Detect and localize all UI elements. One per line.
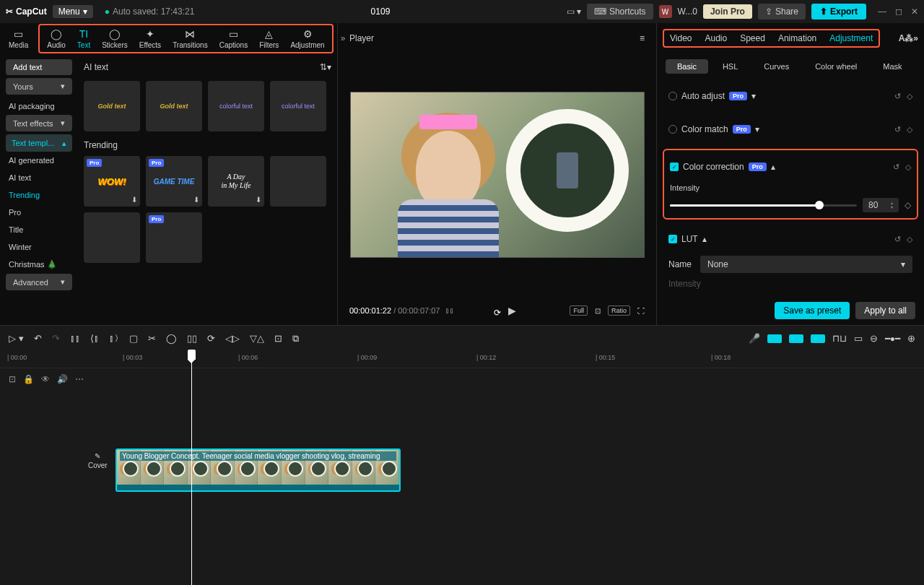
subtab-color-wheel[interactable]: Color wheel <box>803 59 868 74</box>
asset-item[interactable] <box>84 212 140 263</box>
text-effects-dropdown[interactable]: Text effects▾ <box>6 115 72 131</box>
sidebar-christmas[interactable]: Christmas 🎄 <box>6 256 72 274</box>
keyframe-icon[interactable]: ◇ <box>907 235 912 244</box>
sidebar-trending[interactable]: Trending <box>6 186 72 204</box>
video-track-clip[interactable]: Young Blogger Concept. Teenager social m… <box>116 448 401 492</box>
color-correction-toggle[interactable]: ✓ <box>670 162 679 171</box>
sidebar-ai-text[interactable]: AI text <box>6 169 72 186</box>
rtab-animation[interactable]: Animation <box>778 33 816 43</box>
snap-toggle[interactable] <box>767 334 782 343</box>
reset-icon[interactable]: ↺ <box>893 162 899 172</box>
keyframe-icon[interactable]: ◇ <box>905 162 911 172</box>
tl-settings-icon[interactable]: ⊡ <box>9 374 16 384</box>
playhead[interactable] <box>191 351 192 585</box>
close-icon[interactable]: ✕ <box>911 6 918 17</box>
play-button[interactable]: ▶ <box>508 305 516 316</box>
subtab-basic[interactable]: Basic <box>666 59 708 74</box>
asset-a-day[interactable]: A Day in My Life ⬇ <box>208 156 264 207</box>
cover-button[interactable]: ✎ Cover <box>88 452 108 469</box>
rtab-audio[interactable]: Audio <box>705 33 727 43</box>
player-viewport[interactable]: ⟳ <box>338 53 656 296</box>
share-button[interactable]: ⇪ Share <box>758 4 806 20</box>
rotate-icon[interactable]: ⟳ <box>207 333 215 344</box>
rtab-video[interactable]: Video <box>670 33 692 43</box>
layout-icon[interactable]: ▭ ▾ <box>567 6 581 17</box>
download-icon[interactable]: ⬇ <box>256 196 261 204</box>
export-button[interactable]: ⬆ Export <box>811 4 866 20</box>
full-button[interactable]: Full <box>570 306 588 316</box>
keyframe-icon[interactable]: ◇ <box>905 200 911 210</box>
intensity-slider[interactable] <box>670 204 857 207</box>
lut-select[interactable]: None▾ <box>700 256 912 273</box>
fullscreen-icon[interactable]: ⛶ <box>637 307 645 315</box>
join-pro-button[interactable]: Join Pro <box>703 4 752 19</box>
chevron-down-icon[interactable]: ▾ <box>755 124 759 134</box>
stepper-icon[interactable]: ▴▾ <box>891 201 893 209</box>
rtab-speed[interactable]: Speed <box>740 33 765 43</box>
menu-button[interactable]: Menu ▾ <box>53 5 93 18</box>
filter-icon[interactable]: ⇅▾ <box>320 62 331 72</box>
preview-toggle[interactable] <box>811 334 825 343</box>
slider-thumb[interactable] <box>815 201 824 209</box>
tl-mute-icon[interactable]: 🔊 <box>57 374 68 384</box>
reset-icon[interactable]: ↺ <box>894 235 901 244</box>
download-icon[interactable]: ⬇ <box>131 196 137 204</box>
stabilize-icon[interactable]: ⟳ <box>494 308 501 318</box>
tab-stickers[interactable]: ◯Stickers <box>96 27 134 51</box>
zoom-out-icon[interactable]: ⊖ <box>870 333 878 344</box>
color-match-toggle[interactable] <box>668 125 677 134</box>
minimize-icon[interactable]: — <box>878 6 886 17</box>
trim-left-icon[interactable]: ⟨⫿ <box>90 333 99 344</box>
tab-text[interactable]: TIText <box>71 27 96 51</box>
player-menu-icon[interactable]: ≡ <box>640 33 645 43</box>
crop-icon[interactable]: ✂ <box>148 333 156 344</box>
save-preset-button[interactable]: Save as preset <box>775 302 850 319</box>
timeline[interactable]: | 00:00 | 00:03 | 00:06 | 00:09 | 00:12 … <box>0 351 924 585</box>
zoom-slider[interactable]: ━●━ <box>885 334 900 344</box>
sidebar-pro[interactable]: Pro <box>6 204 72 221</box>
chevron-up-icon[interactable]: ▴ <box>702 234 707 244</box>
tl-lock-icon[interactable]: 🔒 <box>23 374 34 384</box>
delete-icon[interactable]: ▢ <box>129 333 138 344</box>
tab-captions[interactable]: ▭Captions <box>214 27 253 51</box>
subtab-hsl[interactable]: HSL <box>711 59 749 74</box>
maximize-icon[interactable]: ◻ <box>895 6 902 17</box>
freeze-icon[interactable]: ⊡ <box>274 333 282 344</box>
reset-icon[interactable]: ↺ <box>894 92 901 101</box>
ratio-button[interactable]: Ratio <box>608 306 630 316</box>
auto-adjust-toggle[interactable] <box>668 92 677 100</box>
pointer-icon[interactable]: ▷ ▾ <box>9 333 24 344</box>
sidebar-text-templates[interactable]: Text templ... ▴ <box>6 134 72 152</box>
magnet-icon[interactable]: ⊓⊔ <box>832 333 847 344</box>
tl-eye-icon[interactable]: 👁 <box>41 374 50 384</box>
sidebar-ai-generated[interactable]: AI generated <box>6 152 72 169</box>
mic-icon[interactable]: 🎤 <box>749 333 760 344</box>
tab-adjustment[interactable]: ⚙Adjustmen <box>284 27 330 51</box>
download-icon[interactable]: ⬇ <box>193 196 199 204</box>
tab-media[interactable]: ▭Media <box>3 27 34 51</box>
subtab-mask[interactable]: Mask <box>871 59 913 74</box>
asset-wow[interactable]: Pro WOW! ⬇ <box>84 156 140 207</box>
intensity-value[interactable]: 80 ▴▾ <box>863 198 899 212</box>
split-icon[interactable]: ⫿⫿ <box>70 333 80 344</box>
track-icon[interactable]: ▭ <box>854 333 863 344</box>
tab-filters[interactable]: ◬Filters <box>253 27 284 51</box>
asset-item[interactable] <box>270 156 326 207</box>
crop-icon[interactable]: ⊡ <box>595 307 601 315</box>
flip-v-icon[interactable]: ▽△ <box>250 333 264 344</box>
lut-toggle[interactable]: ✓ <box>668 235 677 243</box>
asset-item[interactable]: Pro <box>146 212 202 263</box>
project-name[interactable]: 0109 <box>200 6 560 17</box>
tab-effects[interactable]: ✦Effects <box>134 27 167 51</box>
sidebar-ai-packaging[interactable]: AI packaging <box>6 98 72 115</box>
asset-game-time[interactable]: Pro GAME TIME ⬇ <box>146 156 202 207</box>
undo-icon[interactable]: ↶ <box>34 333 42 344</box>
group-icon[interactable]: ⧉ <box>292 333 299 344</box>
tab-audio[interactable]: ◯Audio <box>41 27 71 51</box>
timeline-ruler[interactable]: | 00:00 | 00:03 | 00:06 | 00:09 | 00:12 … <box>0 351 924 368</box>
tab-transitions[interactable]: ⋈Transitions <box>167 27 214 51</box>
flip-h-icon[interactable]: ◁▷ <box>225 333 240 344</box>
keyframe-icon[interactable]: ◇ <box>907 92 912 101</box>
asset-colorful-text-2[interactable]: colorful text <box>270 81 326 131</box>
keyframe-icon[interactable]: ◇ <box>907 125 912 134</box>
